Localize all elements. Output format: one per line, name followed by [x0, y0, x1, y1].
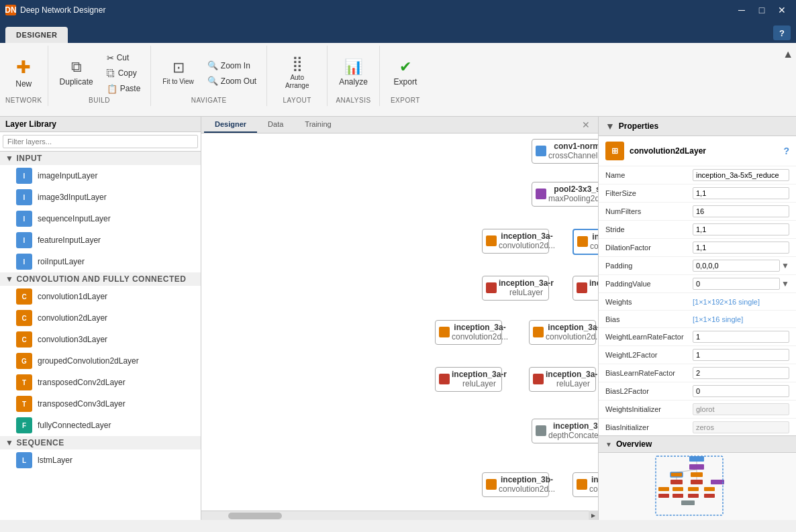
new-button[interactable]: ✚ New [7, 48, 40, 97]
weights-link[interactable]: [1×1×192×16 single] [693, 298, 760, 306]
prop-input-filtersize[interactable] [693, 187, 789, 199]
layer-item-image3dInputLayer[interactable]: I image3dInputLayer [0, 187, 201, 208]
node-pool2[interactable]: pool2-3x3_s2 maxPooling2dL... [532, 182, 598, 207]
layer-item-convolution2dLayer[interactable]: C convolution2dLayer [0, 307, 201, 329]
node-3a-relu3b[interactable]: inception_3a-r reluLayer [529, 367, 596, 392]
hscroll-thumb[interactable] [228, 513, 282, 519]
prop-input-dilationfactor[interactable] [693, 242, 789, 254]
close-button[interactable]: ✕ [773, 3, 791, 17]
tab-training[interactable]: Training [294, 117, 342, 133]
paste-button[interactable]: 📋 Paste [102, 81, 146, 96]
canvas-close-button[interactable]: ✕ [577, 117, 595, 133]
properties-help-button[interactable]: ? [783, 146, 789, 156]
node-3a-conv3b[interactable]: inception_3a- convolution2d... [529, 320, 596, 345]
prop-label-stride: Stride [605, 225, 693, 233]
category-conv[interactable]: ▼ CONVOLUTION AND FULLY CONNECTED [0, 272, 201, 286]
node-3a-relu1[interactable]: inception_3a-r reluLayer [482, 276, 549, 301]
copy-button[interactable]: ⿻ Copy [102, 66, 146, 81]
node-crosschannel[interactable]: conv1-norm2 crossChannelN... [532, 139, 598, 164]
prop-input-numfilters[interactable] [693, 205, 789, 217]
svg-rect-33 [673, 487, 683, 491]
lstmLayer-label: lstmLayer [38, 456, 72, 465]
node-3b-conv2[interactable]: inception_3b- convolution2d... [573, 472, 598, 497]
prop-value-bias: [1×1×16 single] [693, 315, 789, 323]
prop-row-paddingvalue: PaddingValue ▼ [599, 275, 796, 293]
overview-header[interactable]: ▼ Overview [599, 435, 796, 453]
convolution1dLayer-icon: C [16, 288, 32, 305]
category-sequence[interactable]: ▼ SEQUENCE [0, 436, 201, 449]
duplicate-button[interactable]: ⧉ Duplicate [54, 48, 99, 97]
layer-item-featureInputLayer[interactable]: I featureInputLayer [0, 229, 201, 251]
tab-designer[interactable]: Designer [204, 117, 257, 133]
maximize-button[interactable]: □ [753, 3, 770, 17]
node-3b-conv1[interactable]: inception_3b- convolution2d... [482, 472, 549, 497]
properties-collapse-icon[interactable]: ▼ [605, 121, 615, 131]
node-3a-conv1[interactable]: inception_3a- convolution2d... [482, 229, 549, 254]
transposedConv3dLayer-icon: T [16, 396, 32, 412]
layer-item-groupedConvolution2dLayer[interactable]: G groupedConvolution2dLayer [0, 350, 201, 372]
prop-input-stride[interactable] [693, 223, 789, 235]
layer-item-fullyConnectedLayer[interactable]: F fullyConnectedLayer [0, 415, 201, 436]
copy-label: Copy [118, 68, 137, 78]
prop-input-bl2f[interactable] [693, 385, 789, 397]
svg-rect-39 [704, 494, 715, 498]
prop-input-wl2f[interactable] [693, 349, 789, 361]
paddingvalue-dropdown-arrow[interactable]: ▼ [781, 279, 789, 288]
tab-data[interactable]: Data [257, 117, 294, 133]
prop-input-padding[interactable] [693, 260, 780, 272]
auto-arrange-button[interactable]: ⣿ Auto Arrange [272, 48, 321, 97]
build-buttons: ⧉ Duplicate ✂ Cut ⿻ Copy 📋 Paste [54, 48, 146, 97]
node-3a-relu3a[interactable]: inception_3a-r reluLayer [435, 367, 502, 392]
fit-to-view-label: Fit to View [162, 78, 194, 86]
analysis-buttons: 📊 Analyze [333, 48, 374, 97]
prop-input-paddingvalue[interactable] [693, 278, 780, 290]
node-3a-conv2[interactable]: inception_3a- convolution2d... [573, 229, 598, 255]
analyze-button[interactable]: 📊 Analyze [333, 48, 374, 97]
properties-body: ⊞ convolution2dLayer ? Name FilterSize [599, 136, 796, 435]
layer-item-imageInputLayer[interactable]: I imageInputLayer [0, 165, 201, 187]
prop-label-blrf: BiasLearnRateFactor [605, 369, 693, 377]
prop-input-blrf[interactable] [693, 367, 789, 379]
layer-item-roiInputLayer[interactable]: I roiInputLayer [0, 251, 201, 272]
layer-filter-input[interactable] [3, 135, 198, 148]
node-3a-depth[interactable]: inception_3a- depthConcaten... [532, 419, 598, 443]
prop-input-name[interactable] [693, 169, 789, 181]
help-button[interactable]: ? [773, 25, 791, 40]
export-button[interactable]: ✔ Export [385, 48, 426, 97]
layer-item-transposedConv2dLayer[interactable]: T transposedConv2dLayer [0, 372, 201, 393]
layer-item-transposedConv3dLayer[interactable]: T transposedConv3dLayer [0, 393, 201, 415]
node-3a-conv3a[interactable]: inception_3a- convolution2d... [435, 320, 502, 345]
bias-link[interactable]: [1×1×16 single] [693, 315, 743, 323]
zoom-in-button[interactable]: 🔍 Zoom In [203, 58, 261, 73]
layer-item-convolution1dLayer[interactable]: C convolution1dLayer [0, 286, 201, 307]
layer-item-sequenceInputLayer[interactable]: I sequenceInputLayer [0, 208, 201, 229]
input-label: INPUT [16, 154, 42, 163]
canvas-hscrollbar[interactable]: ▶ [201, 511, 598, 520]
network-buttons: ✚ New [7, 48, 40, 97]
designer-tab[interactable]: DESIGNER [5, 27, 68, 43]
main-content: Layer Library ▼ INPUT I imageInputLayer … [0, 117, 796, 520]
zoom-out-button[interactable]: 🔍 Zoom Out [203, 74, 261, 89]
prop-input-wlrf[interactable] [693, 331, 789, 343]
image3dInputLayer-icon: I [16, 189, 32, 205]
canvas-area[interactable]: conv1-norm2 crossChannelN... pool2-3x3_s… [201, 134, 598, 511]
category-input[interactable]: ▼ INPUT [0, 152, 201, 165]
prop-value-dilationfactor [693, 242, 789, 254]
prop-row-bl2f: BiasL2Factor [599, 382, 796, 401]
image3dInputLayer-label: image3dInputLayer [38, 193, 107, 202]
layer-item-lstmLayer[interactable]: L lstmLayer [0, 449, 201, 471]
svg-rect-35 [704, 487, 715, 491]
fit-to-view-button[interactable]: ⊡ Fit to View [156, 48, 200, 97]
fullyConnectedLayer-icon: F [16, 417, 32, 433]
roiInputLayer-label: roiInputLayer [38, 257, 85, 266]
minimize-button[interactable]: ─ [733, 3, 750, 17]
node-3a-relu2[interactable]: inception_3a-r reluLayer [573, 276, 598, 301]
svg-rect-25 [689, 456, 704, 462]
ribbon-collapse[interactable]: ▲ [780, 46, 796, 63]
padding-dropdown-arrow[interactable]: ▼ [781, 261, 789, 270]
cut-button[interactable]: ✂ Cut [102, 50, 146, 65]
duplicate-label: Duplicate [60, 77, 93, 87]
auto-arrange-icon: ⣿ [292, 55, 303, 72]
svg-rect-29 [670, 480, 683, 484]
layer-item-convolution3dLayer[interactable]: C convolution3dLayer [0, 329, 201, 350]
